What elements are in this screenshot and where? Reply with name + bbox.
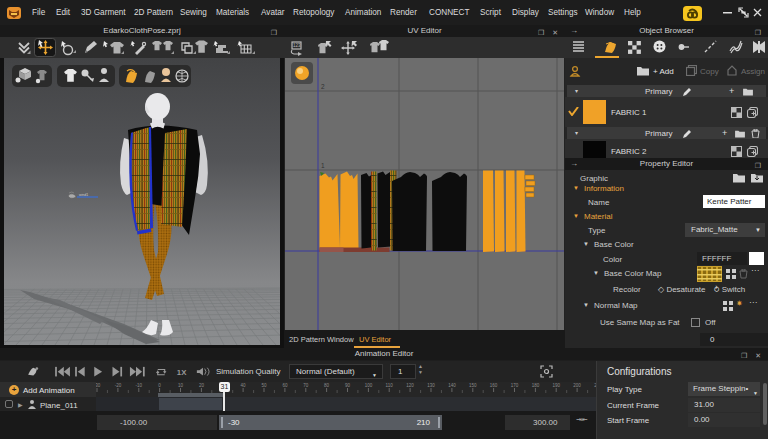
svg-text:10: 10 — [178, 383, 184, 388]
svg-text:-20: -20 — [115, 383, 122, 388]
svg-text:0: 0 — [158, 383, 161, 388]
svg-text:100: 100 — [365, 383, 373, 388]
svg-text:130: 130 — [427, 383, 435, 388]
svg-text:50: 50 — [261, 383, 267, 388]
svg-text:-30: -30 — [96, 383, 101, 388]
svg-text:70: 70 — [303, 383, 309, 388]
svg-text:190: 190 — [552, 383, 560, 388]
svg-text:-10: -10 — [136, 383, 143, 388]
svg-text:80: 80 — [324, 383, 330, 388]
svg-text:180: 180 — [532, 383, 540, 388]
svg-text:120: 120 — [406, 383, 414, 388]
svg-text:160: 160 — [490, 383, 498, 388]
svg-text:2: 2 — [321, 83, 325, 90]
svg-text:110: 110 — [386, 383, 394, 388]
svg-text:1: 1 — [321, 162, 325, 169]
svg-text:90: 90 — [345, 383, 351, 388]
svg-text:170: 170 — [511, 383, 519, 388]
svg-text:150: 150 — [469, 383, 477, 388]
svg-text:1X: 1X — [177, 368, 187, 377]
svg-text:140: 140 — [448, 383, 456, 388]
svg-text:123: 123 — [293, 43, 301, 48]
svg-text:40: 40 — [241, 383, 247, 388]
svg-text:wind1: wind1 — [79, 193, 88, 197]
svg-text:200: 200 — [573, 383, 581, 388]
svg-text:20: 20 — [199, 383, 205, 388]
svg-text:60: 60 — [282, 383, 288, 388]
